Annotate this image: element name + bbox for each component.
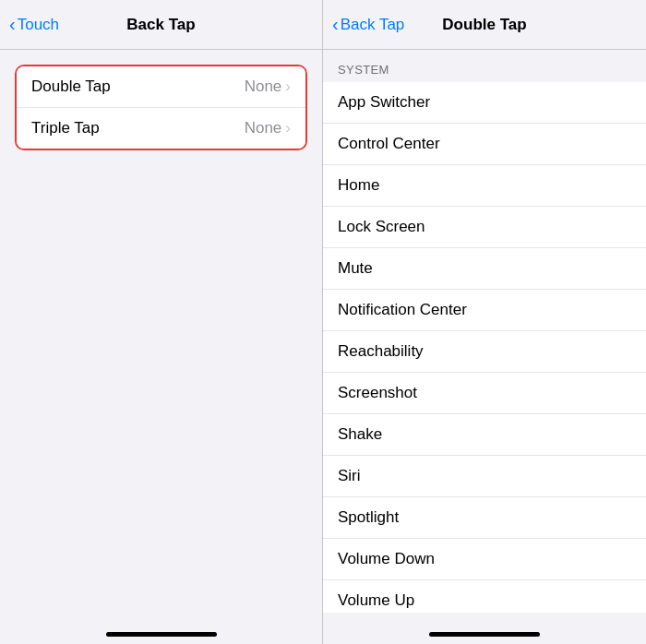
item-label: App Switcher	[338, 93, 430, 112]
left-panel: ‹ Touch Back Tap Double Tap None › Tripl…	[0, 0, 323, 644]
triple-tap-chevron-icon: ›	[285, 119, 291, 137]
list-item[interactable]: Lock Screen	[323, 207, 646, 248]
triple-tap-value: None ›	[245, 119, 291, 137]
item-label: Screenshot	[338, 384, 417, 402]
right-panel: ‹ Back Tap Double Tap SYSTEM App Switche…	[323, 0, 646, 644]
item-label: Volume Up	[338, 591, 414, 610]
list-item[interactable]: Control Center	[323, 124, 646, 165]
left-back-button[interactable]: ‹ Touch	[9, 14, 59, 35]
left-nav-title: Back Tap	[126, 16, 195, 34]
double-tap-value: None ›	[245, 78, 291, 96]
home-indicator	[106, 632, 217, 637]
system-section-header: SYSTEM	[323, 50, 646, 82]
triple-tap-row[interactable]: Triple Tap None ›	[17, 108, 305, 149]
left-content: Double Tap None › Triple Tap None ›	[0, 50, 322, 613]
double-tap-value-text: None	[245, 78, 282, 96]
right-bottom-bar	[323, 613, 646, 644]
item-label: Shake	[338, 425, 382, 444]
system-group: App Switcher Control Center Home Lock Sc…	[323, 82, 646, 613]
back-tap-group: Double Tap None › Triple Tap None ›	[15, 65, 307, 150]
item-label: Home	[338, 176, 379, 195]
double-tap-label: Double Tap	[31, 78, 111, 96]
list-item[interactable]: Notification Center	[323, 290, 646, 331]
item-label: Volume Down	[338, 550, 435, 568]
left-back-chevron-icon: ‹	[9, 14, 16, 35]
item-label: Spotlight	[338, 508, 399, 527]
right-back-chevron-icon: ‹	[332, 14, 339, 35]
right-content: SYSTEM App Switcher Control Center Home …	[323, 50, 646, 613]
double-tap-row[interactable]: Double Tap None ›	[17, 66, 305, 108]
item-label: Notification Center	[338, 301, 467, 319]
double-tap-chevron-icon: ›	[285, 78, 291, 96]
list-item[interactable]: App Switcher	[323, 82, 646, 124]
list-item[interactable]: Screenshot	[323, 373, 646, 414]
item-label: Siri	[338, 467, 361, 485]
left-bottom-bar	[0, 613, 322, 644]
list-item[interactable]: Volume Down	[323, 539, 646, 580]
list-item[interactable]: Siri	[323, 456, 646, 497]
triple-tap-value-text: None	[245, 119, 282, 137]
right-back-label: Back Tap	[341, 16, 405, 34]
list-item[interactable]: Spotlight	[323, 497, 646, 539]
list-item[interactable]: Reachability	[323, 331, 646, 373]
right-home-indicator	[429, 632, 540, 637]
right-back-button[interactable]: ‹ Back Tap	[332, 14, 404, 35]
item-label: Control Center	[338, 135, 440, 153]
list-item[interactable]: Home	[323, 165, 646, 207]
right-nav-title: Double Tap	[442, 16, 526, 34]
left-nav-bar: ‹ Touch Back Tap	[0, 0, 322, 50]
item-label: Mute	[338, 259, 373, 278]
list-item[interactable]: Shake	[323, 414, 646, 456]
left-back-label: Touch	[18, 16, 59, 34]
triple-tap-label: Triple Tap	[31, 119, 100, 137]
item-label: Lock Screen	[338, 218, 425, 236]
list-item[interactable]: Volume Up	[323, 580, 646, 613]
list-item[interactable]: Mute	[323, 248, 646, 290]
right-nav-bar: ‹ Back Tap Double Tap	[323, 0, 646, 50]
item-label: Reachability	[338, 342, 424, 361]
